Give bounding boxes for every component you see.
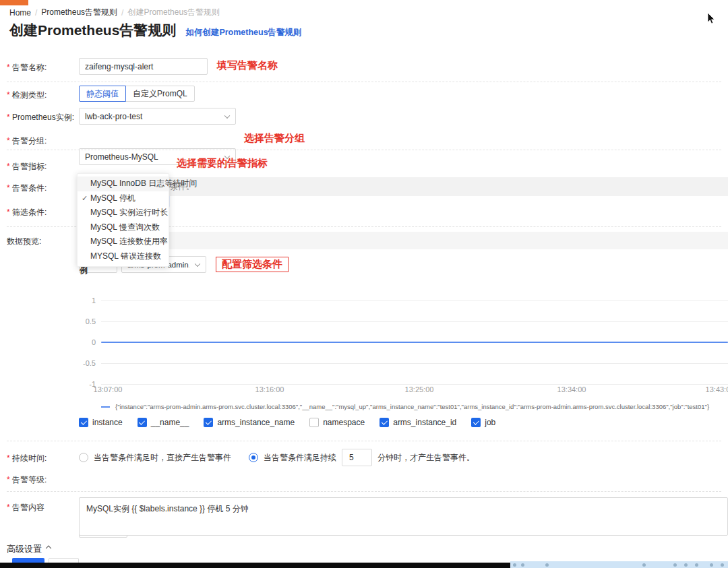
dock-icon <box>521 563 524 567</box>
gridline <box>101 301 728 301</box>
detect-type-segmented: 静态阈值 自定义PromQL <box>79 86 195 102</box>
chevron-down-icon <box>195 261 200 266</box>
dropdown-option-error-connections[interactable]: MYSQL 错误连接数 <box>78 249 169 264</box>
checkbox-checked-icon[interactable] <box>380 418 389 427</box>
radio-unchecked-icon[interactable] <box>79 453 88 462</box>
breadcrumb-home[interactable]: Home <box>9 8 31 18</box>
alert-group-label: 告警分组: <box>7 135 47 147</box>
duration-option-sustained-prefix: 当告警条件满足持续 <box>264 452 336 464</box>
dock-icon <box>695 563 698 567</box>
preview-chart: 1 0.5 0 -0.5 -1 13:07:00 13:16:00 13:25:… <box>0 296 728 398</box>
check-icon: ✓ <box>82 191 88 206</box>
duration-label: 持续时间: <box>7 453 47 464</box>
duration-options: 当告警条件满足时，直接产生告警事件 当告警条件满足持续 分钟时，才产生告警事件。 <box>79 449 475 466</box>
annotation-configure-filter: 配置筛选条件 <box>216 257 289 272</box>
severity-label: 告警等级: <box>7 474 47 486</box>
toggle-arms-instance-name[interactable]: arms_instance_name <box>204 418 295 427</box>
breadcrumb-current: 创建Prometheus告警规则 <box>127 7 220 18</box>
breadcrumb-prometheus-rules[interactable]: Prometheus告警规则 <box>41 7 117 18</box>
advanced-settings-label: 高级设置 <box>7 543 42 555</box>
checkbox-checked-icon[interactable] <box>204 418 213 427</box>
alert-content-textarea[interactable]: MySQL实例 {{ $labels.instance }} 停机 5 分钟 <box>79 497 728 536</box>
duration-option-sustained-suffix: 分钟时，才产生告警事件。 <box>377 452 475 464</box>
duration-option-immediate[interactable]: 当告警条件满足时，直接产生告警事件 <box>94 452 231 464</box>
divider <box>7 491 721 492</box>
custom-promql-button[interactable]: 自定义PromQL <box>125 86 195 102</box>
legend-series-label: {"instance":"arms-prom-admin.arms-prom.s… <box>115 403 709 410</box>
breadcrumb: Home / Prometheus告警规则 / 创建Prometheus告警规则 <box>9 7 220 18</box>
y-tick-label: -0.5 <box>59 359 96 367</box>
divider <box>7 150 721 150</box>
data-preview-label: 数据预览: <box>7 236 41 247</box>
dropdown-option-slow-queries[interactable]: MySQL 慢查询次数 <box>78 220 169 235</box>
toggle-namespace[interactable]: namespace <box>309 418 365 427</box>
toggle-arms-instance-id[interactable]: arms_instance_id <box>380 418 456 427</box>
dropdown-option-uptime[interactable]: MySQL 实例运行时长 <box>78 206 169 220</box>
dock-icon <box>513 563 516 567</box>
radio-checked-icon[interactable] <box>249 453 258 462</box>
dock-icon <box>710 563 713 567</box>
divider <box>7 82 721 82</box>
mouse-cursor-icon <box>706 12 716 26</box>
alert-metric-label: 告警指标: <box>7 161 47 172</box>
chevron-up-icon <box>46 546 51 551</box>
detect-type-label: 检测类型: <box>7 90 47 101</box>
x-tick-label: 13:43:00 <box>706 385 728 393</box>
bottom-black-bar <box>0 563 510 568</box>
filter-condition-label: 筛选条件: <box>7 207 47 218</box>
x-tick-label: 13:16:00 <box>255 385 284 393</box>
toggle-instance[interactable]: instance <box>79 418 123 427</box>
alert-name-input[interactable] <box>79 58 208 75</box>
breadcrumb-separator: / <box>35 8 37 18</box>
alert-group-value: Prometheus-MySQL <box>85 152 158 162</box>
toggle-job[interactable]: job <box>471 418 495 427</box>
y-tick-label: 1 <box>59 296 96 305</box>
gridline <box>101 384 728 385</box>
background-window-sliver <box>510 561 728 568</box>
dock-icon <box>673 563 677 567</box>
annotation-choose-group: 选择告警分组 <box>244 132 305 145</box>
page-title: 创建Prometheus告警规则 <box>9 21 176 40</box>
gridline <box>101 321 728 322</box>
x-tick-label: 13:07:00 <box>94 385 123 393</box>
metric-dropdown-menu: MySQL InnoDB 日志等待时间 ✓ MySQL 停机 MySQL 实例运… <box>77 173 169 267</box>
chevron-down-icon <box>224 113 230 118</box>
dock-icon <box>545 563 549 567</box>
loading-bar-fragment <box>0 0 28 5</box>
prometheus-instance-select[interactable]: lwb-ack-pro-test <box>79 108 236 125</box>
chart-legend: {"instance":"arms-prom-admin.arms-prom.s… <box>101 403 721 410</box>
duration-minutes-input[interactable] <box>342 449 372 466</box>
x-tick-label: 13:25:00 <box>405 385 434 393</box>
annotation-fill-alert-name: 填写告警名称 <box>217 59 278 72</box>
dock-icon <box>642 563 646 567</box>
legend-line-swatch <box>101 406 110 408</box>
checkbox-checked-icon[interactable] <box>138 418 147 427</box>
x-tick-label: 13:34:00 <box>557 385 586 393</box>
dock-icon <box>721 563 724 567</box>
y-tick-label: 0.5 <box>59 317 96 325</box>
breadcrumb-separator: / <box>121 8 123 18</box>
checkbox-unchecked-icon[interactable] <box>309 418 319 427</box>
advanced-settings-toggle[interactable]: 高级设置 <box>7 543 51 555</box>
checkbox-checked-icon[interactable] <box>471 418 481 427</box>
dropdown-option-connection-usage[interactable]: MySQL 连接数使用率 <box>78 234 169 249</box>
gridline <box>101 363 728 364</box>
checkbox-checked-icon[interactable] <box>79 418 88 427</box>
prometheus-instance-value: lwb-ack-pro-test <box>85 112 142 121</box>
series-line-mysql-up <box>101 342 728 343</box>
page-header: 创建Prometheus告警规则 如何创建Prometheus告警规则 <box>9 21 302 40</box>
data-preview-bar <box>79 232 728 249</box>
dropdown-option-mysql-down[interactable]: ✓ MySQL 停机 <box>78 191 169 206</box>
series-label-toggles: instance __name__ arms_instance_name nam… <box>79 418 495 427</box>
dropdown-option-innodb-log-wait[interactable]: MySQL InnoDB 日志等待时间 <box>78 177 169 191</box>
annotation-choose-metric: 选择需要的告警指标 <box>177 157 268 170</box>
alert-condition-label: 告警条件: <box>7 183 47 194</box>
help-doc-link[interactable]: 如何创建Prometheus告警规则 <box>185 27 301 38</box>
y-tick-label: -1 <box>59 380 96 388</box>
toggle-name[interactable]: __name__ <box>138 418 189 427</box>
divider <box>7 441 721 441</box>
alert-content-label: 告警内容 <box>7 502 44 513</box>
alert-name-label: 告警名称: <box>7 62 47 73</box>
static-threshold-button[interactable]: 静态阈值 <box>79 86 126 102</box>
prometheus-instance-label: Prometheus实例: <box>7 112 74 123</box>
